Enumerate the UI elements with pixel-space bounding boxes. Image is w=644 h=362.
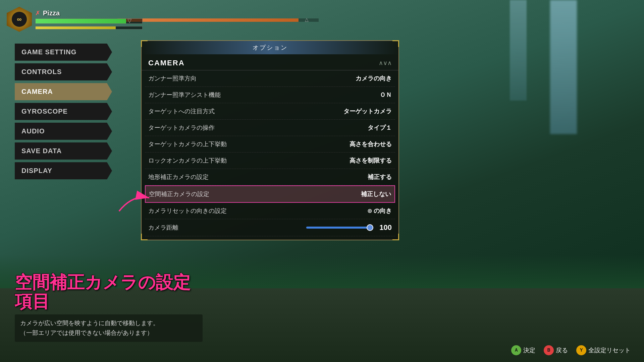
sidebar-item-audio[interactable]: AUDIO	[15, 123, 112, 140]
emblem-inner: ∞	[12, 12, 27, 27]
options-row-camera-distance[interactable]: カメラ距離 100	[145, 219, 395, 236]
camera-distance-slider-container[interactable]: 100	[306, 223, 392, 232]
player-name-row: ✗ Pizza	[35, 9, 143, 17]
annotation-desc-line2: （一部エリアでは使用できない場合があります）	[20, 329, 153, 336]
options-row-gunner-aim[interactable]: ガンナー照準方向 カメラの向き	[145, 70, 395, 87]
hint-confirm-label: 決定	[523, 346, 535, 354]
options-value-target-camera-op: タイプ１	[368, 124, 392, 132]
hint-back: Ｂ 戻る	[544, 345, 568, 355]
arrow-annotation	[116, 188, 156, 216]
sidebar-item-save-data[interactable]: SAVE DATA	[15, 142, 112, 160]
options-row-terrain-camera[interactable]: 地形補正カメラの設定 補正する	[145, 169, 395, 185]
options-title-bar: オプション	[142, 41, 398, 54]
options-row-space-camera[interactable]: 空間補正カメラの設定 補正しない	[145, 185, 395, 203]
stamina-right-bar-container: △	[117, 18, 319, 22]
waterfall-1	[550, 0, 577, 134]
sidebar-item-gyroscope[interactable]: GYROSCOPE	[15, 103, 112, 120]
button-y[interactable]: Ｙ	[576, 345, 586, 355]
options-row-target-camera-move[interactable]: ターゲットカメラの上下挙動 高さを合わせる	[145, 136, 395, 153]
options-list: ガンナー照準方向 カメラの向き ガンナー照準アシスト機能 ＯＮ ターゲットへの注…	[142, 70, 398, 236]
slider-thumb[interactable]	[367, 224, 373, 231]
options-label-target-camera-op: ターゲットカメラの操作	[148, 124, 215, 132]
sidebar-item-display[interactable]: DISPLAY	[15, 162, 112, 179]
hint-reset: Ｙ 全設定リセット	[576, 345, 631, 355]
slider-fill	[306, 227, 373, 229]
options-value-space-camera: 補正しない	[361, 190, 391, 198]
annotation-description: カメラが広い空間を映すように自動で移動します。 （一部エリアでは使用できない場合…	[15, 314, 203, 342]
player-emblem: ∞	[7, 7, 32, 32]
stamina-right-bar	[117, 18, 299, 22]
corner-tl	[141, 40, 148, 47]
hint-reset-label: 全設定リセット	[588, 346, 631, 354]
options-label-terrain-camera: 地形補正カメラの設定	[148, 173, 209, 181]
corner-bl	[141, 234, 148, 240]
gamepad-icon: ⊙	[367, 207, 372, 214]
sidebar-item-camera[interactable]: CAMERA	[15, 83, 112, 100]
sidebar-item-controls[interactable]: CONTROLS	[15, 63, 112, 80]
corner-br	[392, 234, 399, 240]
options-label-gunner-assist: ガンナー照準アシスト機能	[148, 91, 221, 99]
annotation-title: 空間補正カメラの設定項目	[15, 273, 203, 311]
options-label-gunner-aim: ガンナー照準方向	[148, 74, 197, 82]
options-label-camera-reset: カメラリセットの向きの設定	[148, 207, 227, 215]
options-label-lock-camera-move: ロックオンカメラの上下挙動	[148, 157, 227, 165]
slider-track[interactable]	[306, 227, 373, 229]
hint-confirm: Ａ 決定	[511, 345, 535, 355]
bottom-hints: Ａ 決定 Ｂ 戻る Ｙ 全設定リセット	[511, 345, 631, 355]
options-value-camera-reset: ⊙ 🎮 の向き の向き	[367, 207, 392, 215]
options-value-lock-camera-move: 高さを制限する	[350, 157, 392, 165]
health-marker: ▽	[127, 17, 131, 24]
options-label-target-camera-move: ターゲットカメラの上下挙動	[148, 140, 227, 148]
button-b[interactable]: Ｂ	[544, 345, 554, 355]
options-label-camera-distance: カメラ距離	[148, 224, 178, 232]
options-label-space-camera: 空間補正カメラの設定	[149, 190, 209, 198]
health-bar	[36, 19, 126, 23]
annotation-desc-line1: カメラが広い空間を映すように自動で移動します。	[20, 320, 159, 326]
options-section-title: CAMERA	[148, 59, 185, 67]
corner-tr	[392, 40, 399, 47]
options-value-gunner-assist: ＯＮ	[380, 91, 392, 99]
options-value-target-camera-move: 高さを合わせる	[350, 140, 392, 148]
options-row-camera-reset[interactable]: カメラリセットの向きの設定 ⊙ 🎮 の向き の向き	[145, 203, 395, 219]
options-value-target-focus: ターゲットカメラ	[343, 107, 392, 115]
bottom-annotation: 空間補正カメラの設定項目 カメラが広い空間を映すように自動で移動します。 （一部…	[15, 273, 203, 342]
player-info: ✗ Pizza ▽	[35, 9, 143, 29]
stamina-bar-container	[35, 26, 143, 29]
waterfall-2	[510, 0, 527, 101]
sidebar-item-game-setting[interactable]: GAME SETTING	[15, 44, 112, 61]
options-value-terrain-camera: 補正する	[368, 173, 392, 181]
options-section-header: CAMERA ∧∨∧	[142, 56, 398, 70]
arrow-svg	[116, 188, 156, 215]
options-panel: オプション CAMERA ∧∨∧ ガンナー照準方向 カメラの向き ガンナー照準ア…	[141, 40, 399, 240]
options-label-target-focus: ターゲットへの注目方式	[148, 107, 215, 115]
player-icon: ✗	[35, 9, 40, 17]
health-bar-container: ▽	[35, 18, 143, 24]
options-row-target-focus[interactable]: ターゲットへの注目方式 ターゲットカメラ	[145, 103, 395, 120]
hint-back-label: 戻る	[556, 346, 568, 354]
stamina-right-marker: △	[305, 17, 309, 22]
stamina-bar	[36, 26, 116, 29]
hud-top-left: ∞ ✗ Pizza ▽	[7, 7, 143, 32]
options-section-icon: ∧∨∧	[379, 59, 392, 67]
options-row-lock-camera-move[interactable]: ロックオンカメラの上下挙動 高さを制限する	[145, 153, 395, 169]
player-name: Pizza	[43, 9, 60, 17]
camera-distance-value: 100	[378, 223, 392, 232]
options-value-gunner-aim: カメラの向き	[356, 74, 392, 82]
button-a[interactable]: Ａ	[511, 345, 521, 355]
options-row-target-camera-op[interactable]: ターゲットカメラの操作 タイプ１	[145, 120, 395, 136]
options-title: オプション	[253, 44, 288, 51]
sidebar-menu: GAME SETTING CONTROLS CAMERA GYROSCOPE A…	[15, 44, 112, 179]
options-row-gunner-assist[interactable]: ガンナー照準アシスト機能 ＯＮ	[145, 87, 395, 103]
